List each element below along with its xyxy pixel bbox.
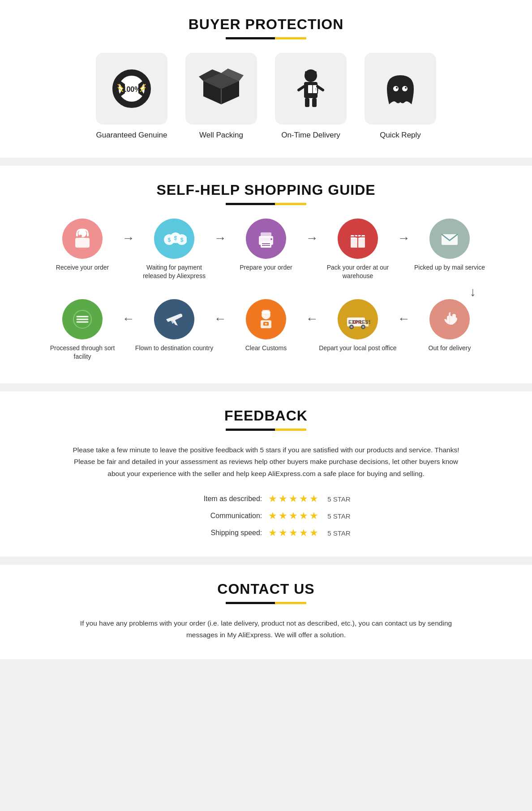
- arrow-2-3: →: [214, 231, 227, 245]
- svg-rect-63: [262, 310, 270, 312]
- shopping-guide-underline: [18, 203, 514, 205]
- rating-label-2: Communication:: [181, 512, 262, 520]
- svg-rect-31: [76, 233, 78, 236]
- contact-title: CONTACT US: [18, 581, 514, 597]
- arrow-7-6: ←: [397, 312, 411, 326]
- svg-point-56: [351, 326, 353, 328]
- star-2-2: ★: [279, 510, 287, 522]
- svg-text:100%: 100%: [123, 86, 141, 93]
- rating-label-1: Item as described:: [181, 495, 262, 503]
- feedback-text: Please take a few minute to leave the po…: [64, 444, 468, 480]
- rating-table: Item as described: ★ ★ ★ ★ ★ 5 STAR Comm…: [18, 493, 514, 539]
- step7-icon: DHL EXPRESS: [338, 299, 378, 339]
- star-3-4: ★: [299, 527, 308, 539]
- contact-section: CONTACT US If you have any problems with…: [0, 565, 532, 659]
- feedback-title: FEEDBACK: [18, 408, 514, 424]
- step3-label: Prepare your order: [240, 263, 292, 280]
- star-2-1: ★: [268, 510, 277, 522]
- star-1-2: ★: [279, 493, 287, 505]
- rating-badge-2: 5 STAR: [327, 512, 350, 520]
- contact-title-bar: [226, 602, 306, 604]
- rating-row-1: Item as described: ★ ★ ★ ★ ★ 5 STAR: [181, 493, 350, 505]
- svg-point-44: [270, 238, 272, 240]
- reply-label: Quick Reply: [380, 131, 421, 140]
- guide-step-9: Flown to destination country: [135, 299, 214, 361]
- shopping-guide-title: SELF-HELP SHOPPING GUIDE: [18, 182, 514, 198]
- step4-label: Pack your order at our warehouse: [319, 263, 397, 280]
- genuine-icon: 100%: [96, 53, 167, 124]
- svg-point-25: [402, 86, 408, 91]
- reply-icon: [365, 53, 436, 124]
- step8-icon: [246, 299, 286, 339]
- genuine-label: Guaranteed Genuine: [96, 131, 167, 140]
- step2-icon: $ $ $: [154, 219, 194, 259]
- guide-step-5: Picked up by mail service: [411, 219, 489, 280]
- step1-icon: [62, 219, 103, 259]
- svg-rect-41: [261, 241, 271, 248]
- star-1-3: ★: [289, 493, 298, 505]
- packing-icon: [185, 53, 257, 124]
- arrow-9-8: ←: [214, 312, 227, 326]
- stars-2: ★ ★ ★ ★ ★: [268, 510, 318, 522]
- packing-label: Well Packing: [199, 131, 243, 140]
- contact-underline: [18, 602, 514, 604]
- arrow-down-icon: ↓: [470, 285, 476, 299]
- svg-rect-29: [75, 238, 90, 248]
- step3-icon: [246, 219, 286, 259]
- buyer-protection-underline: [18, 37, 514, 39]
- guide-step-3: Prepare your order: [227, 219, 305, 280]
- step9-icon: [154, 299, 194, 339]
- guide-step-6: Out for delivery: [411, 299, 489, 361]
- svg-rect-23: [312, 98, 317, 107]
- step10-icon: [62, 299, 103, 339]
- arrow-3-4: →: [305, 231, 319, 245]
- title-bar: [226, 37, 306, 39]
- arrow-10-9: ←: [122, 312, 135, 326]
- guide-step-7: DHL EXPRESS Depart your local post offic…: [319, 299, 397, 361]
- buyer-protection-section: BUYER PROTECTION 100%: [0, 0, 532, 158]
- svg-text:EXPRESS: EXPRESS: [348, 319, 370, 325]
- rating-label-3: Shipping speed:: [181, 529, 262, 537]
- rating-row-2: Communication: ★ ★ ★ ★ ★ 5 STAR: [181, 510, 350, 522]
- svg-rect-32: [87, 233, 89, 236]
- step5-label: Picked up by mail service: [414, 263, 485, 280]
- star-1-4: ★: [299, 493, 308, 505]
- step6-icon: [429, 299, 470, 339]
- buyer-grid: 100% Guaranteed Genuine: [18, 53, 514, 140]
- guide-step-10: Processed through sort facility: [43, 299, 122, 361]
- rating-badge-1: 5 STAR: [327, 495, 350, 503]
- guide-row-2: Out for delivery ← DHL E: [18, 299, 514, 361]
- stars-3: ★ ★ ★ ★ ★: [268, 527, 318, 539]
- shopping-guide-section: SELF-HELP SHOPPING GUIDE Receive your or…: [0, 166, 532, 383]
- arrow-down: ↓: [18, 285, 514, 299]
- rating-badge-3: 5 STAR: [327, 529, 350, 537]
- step2-label: Waiting for payment released by Aliexpre…: [135, 263, 214, 280]
- arrow-1-2: →: [122, 231, 135, 245]
- step1-label: Receive your order: [56, 263, 109, 280]
- star-3-1: ★: [268, 527, 277, 539]
- svg-point-30: [79, 235, 82, 237]
- svg-point-27: [405, 87, 407, 89]
- star-3-5: ★: [309, 527, 318, 539]
- delivery-label: On-Time Delivery: [281, 131, 340, 140]
- arrow-4-5: →: [397, 231, 411, 245]
- svg-point-26: [396, 87, 398, 89]
- feedback-section: FEEDBACK Please take a few minute to lea…: [0, 391, 532, 557]
- svg-rect-15: [305, 71, 317, 73]
- buyer-item-reply: Quick Reply: [365, 53, 436, 140]
- delivery-icon: ↑↑: [275, 53, 347, 124]
- stars-1: ★ ★ ★ ★ ★: [268, 493, 318, 505]
- guide-row-1: Receive your order → $ $ $ Waiting for p…: [18, 219, 514, 280]
- rating-row-3: Shipping speed: ★ ★ ★ ★ ★ 5 STAR: [181, 527, 350, 539]
- step9-label: Flown to destination country: [135, 344, 213, 361]
- buyer-item-genuine: 100% Guaranteed Genuine: [96, 53, 167, 140]
- star-1-5: ★: [309, 493, 318, 505]
- step7-label: Depart your local post office: [319, 344, 396, 361]
- guide-step-2: $ $ $ Waiting for payment released by Al…: [135, 219, 214, 280]
- step4-icon: [338, 219, 378, 259]
- svg-point-24: [393, 86, 399, 91]
- svg-point-58: [362, 326, 365, 328]
- arrow-8-7: ←: [305, 312, 319, 326]
- step5-icon: [429, 219, 470, 259]
- star-3-2: ★: [279, 527, 287, 539]
